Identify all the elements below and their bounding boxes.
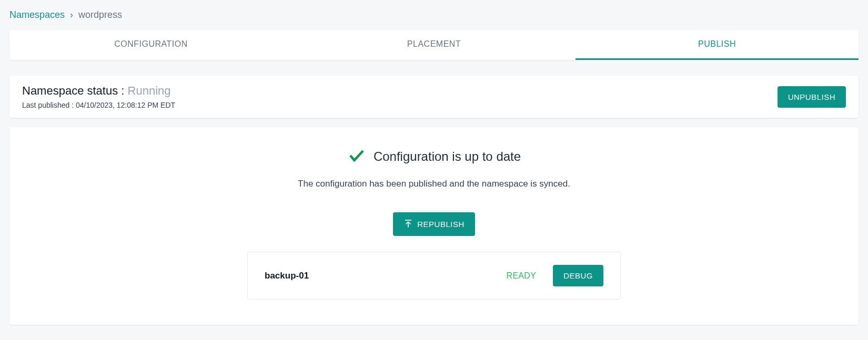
namespace-status-card: Namespace status : Running Last publishe…	[9, 76, 859, 118]
config-status-card: Configuration is up to date The configur…	[9, 127, 859, 325]
republish-wrap: REPUBLISH	[22, 212, 846, 236]
config-heading-row: Configuration is up to date	[22, 146, 846, 167]
config-subtext: The configuration has been published and…	[22, 179, 846, 189]
last-published: Last published : 04/10/2023, 12:08:12 PM…	[22, 101, 175, 109]
republish-label: REPUBLISH	[417, 220, 465, 229]
unpublish-button[interactable]: UNPUBLISH	[778, 86, 846, 108]
check-icon	[347, 146, 366, 167]
publish-icon	[403, 219, 413, 230]
breadcrumb-current: wordpress	[78, 9, 122, 20]
config-heading: Configuration is up to date	[374, 149, 521, 164]
last-published-value: 04/10/2023, 12:08:12 PM EDT	[76, 101, 175, 109]
namespace-status-title: Namespace status : Running	[22, 84, 175, 98]
deployment-status-badge: READY	[507, 271, 537, 281]
deployment-row: backup-01 READY DEBUG	[247, 252, 621, 300]
deployment-actions: READY DEBUG	[507, 265, 603, 286]
status-label: Namespace status :	[22, 84, 128, 97]
deployment-name: backup-01	[265, 271, 309, 281]
republish-button[interactable]: REPUBLISH	[393, 212, 475, 236]
svg-rect-0	[405, 220, 411, 221]
status-text-block: Namespace status : Running Last publishe…	[22, 84, 175, 109]
tab-configuration[interactable]: CONFIGURATION	[9, 30, 292, 60]
breadcrumb-separator: ›	[70, 9, 73, 20]
breadcrumb-root[interactable]: Namespaces	[9, 9, 65, 20]
status-value: Running	[128, 84, 171, 97]
breadcrumb: Namespaces › wordpress	[9, 9, 859, 20]
tab-publish[interactable]: PUBLISH	[576, 30, 859, 60]
debug-button[interactable]: DEBUG	[553, 265, 603, 286]
last-published-label: Last published :	[22, 101, 76, 109]
tab-placement[interactable]: PLACEMENT	[292, 30, 576, 60]
tab-bar: CONFIGURATION PLACEMENT PUBLISH	[9, 30, 859, 60]
